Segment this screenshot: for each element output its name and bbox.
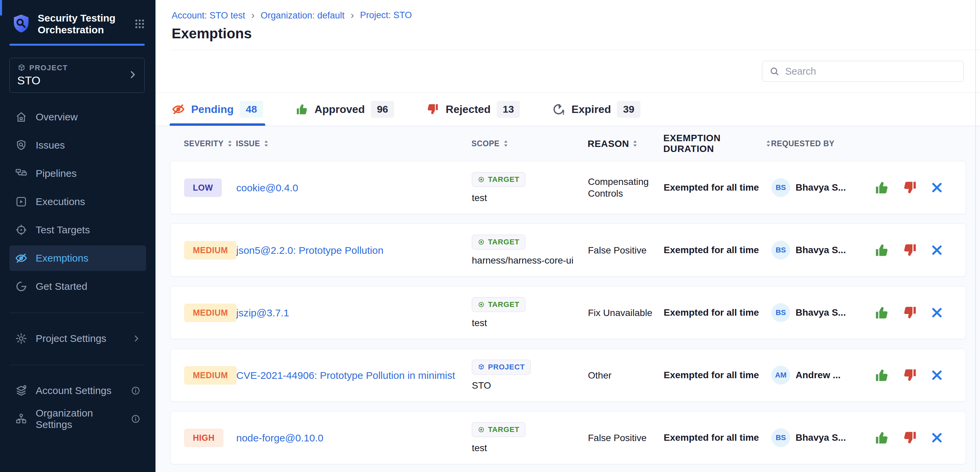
scope-chip: TARGET [472,297,525,312]
scope-type-label: TARGET [488,175,520,184]
sidebar-item-label: Pipelines [36,168,77,179]
module-accent-bar [10,44,145,46]
column-header-requested-by: REQUESTED BY [771,139,860,148]
layers-gear-icon [15,384,28,397]
exemption-duration-text: Exempted for all time [663,245,772,255]
breadcrumb-account[interactable]: Account: STO test [172,10,261,21]
issue-link[interactable]: node-forge@0.10.0 [236,430,337,445]
project-selector-value: STO [17,74,137,87]
scope-name: harness/harness-core-ui [472,255,573,266]
table-row: MEDIUM json5@2.2.0: Prototype Pollution … [170,223,966,277]
reason-text: Other [588,369,663,381]
cancel-button[interactable] [931,244,943,257]
project-selector-label: PROJECT [29,63,68,72]
sidebar-item-label: Organization Settings [36,407,123,430]
approve-button[interactable] [874,367,889,383]
module-grid-icon[interactable] [134,18,145,30]
sort-icon[interactable] [503,139,509,147]
tab-label: Approved [315,103,365,116]
sort-icon[interactable] [765,139,771,147]
avatar: BS [772,303,790,322]
eye-off-icon [15,252,28,265]
sort-icon[interactable] [264,139,269,147]
sidebar-item-test-targets[interactable]: Test Targets [10,217,146,243]
sort-icon[interactable] [632,139,638,147]
info-icon[interactable] [130,414,141,424]
search-icon [769,66,780,77]
scope-type-label: TARGET [488,425,520,434]
column-header-exemption-duration[interactable]: EXEMPTION DURATION [663,133,771,154]
search-box[interactable] [762,61,964,82]
chevron-right-icon [132,334,141,343]
cancel-button[interactable] [931,431,943,444]
tab-expired[interactable]: Expired 39 [552,93,640,126]
sidebar-item-organization-settings[interactable]: Organization Settings [10,406,146,432]
issue-link[interactable]: CVE-2021-44906: Prototype Pollution in m… [236,368,468,383]
scope-type-label: TARGET [488,300,520,309]
tab-label: Pending [191,103,234,116]
tab-rejected[interactable]: Rejected 13 [426,93,520,126]
cancel-button[interactable] [931,306,943,319]
sidebar-item-pipelines[interactable]: Pipelines [10,161,146,186]
module-title: Security Testing Orchestration [38,12,126,36]
column-header-severity[interactable]: SEVERITY [184,139,236,148]
sidebar-item-project-settings[interactable]: Project Settings [10,326,146,351]
reject-button[interactable] [902,430,918,445]
tab-pending[interactable]: Pending 48 [172,93,263,126]
breadcrumb-project[interactable]: Project: STO [360,10,412,21]
app-window: Security Testing Orchestration PROJECT [0,0,980,472]
sidebar: Security Testing Orchestration PROJECT [0,0,156,472]
tab-count-badge: 13 [497,101,520,118]
chevron-right-icon [127,70,138,81]
column-header-issue[interactable]: ISSUE [236,139,471,148]
issue-link[interactable]: json5@2.2.0: Prototype Pollution [236,243,397,258]
avatar: AM [772,366,790,385]
project-selector[interactable]: PROJECT STO [10,58,145,93]
sort-icon[interactable] [227,139,232,147]
issue-link[interactable]: jszip@3.7.1 [236,305,302,320]
approve-button[interactable] [874,242,889,258]
cancel-button[interactable] [931,181,943,194]
issue-link[interactable]: cookie@0.4.0 [236,180,312,195]
sidebar-item-label: Issues [36,139,65,151]
column-header-scope[interactable]: SCOPE [471,139,588,148]
requester-name: Andrew ... [795,370,841,380]
reject-button[interactable] [902,367,918,383]
scope-name: test [472,443,487,453]
cancel-button[interactable] [931,369,943,382]
get-started-icon [15,280,28,293]
approve-button[interactable] [874,180,889,195]
sidebar-item-label: Exemptions [36,252,89,264]
column-header-reason[interactable]: REASON [588,138,663,150]
sidebar-account-nav: Account Settings Organization Settings [0,378,156,432]
exemption-duration-text: Exempted for all time [663,182,772,193]
sidebar-item-account-settings[interactable]: Account Settings [10,378,146,404]
target-crosshair-icon [15,223,28,236]
reject-button[interactable] [902,242,918,258]
tab-label: Rejected [445,103,490,116]
breadcrumb-organization[interactable]: Organization: default [261,10,360,21]
avatar: BS [772,241,790,260]
pipelines-icon [15,167,28,180]
sidebar-item-overview[interactable]: Overview [10,104,146,130]
sidebar-item-issues[interactable]: Issues [10,133,146,158]
avatar: BS [772,178,790,197]
tab-approved[interactable]: Approved 96 [295,93,395,126]
approve-button[interactable] [874,305,889,320]
requester-name: Bhavya S... [795,182,846,193]
sidebar-item-exemptions[interactable]: Exemptions [10,246,146,271]
exemptions-table: SEVERITY ISSUE SCOPE REASON EXEMPTION DU… [156,126,980,472]
info-icon[interactable] [130,386,141,396]
reject-button[interactable] [902,180,918,195]
approve-button[interactable] [874,430,889,445]
severity-badge: MEDIUM [184,366,237,385]
search-input[interactable] [785,66,957,77]
thumb-down-icon [426,103,439,116]
sidebar-item-get-started[interactable]: Get Started [10,274,146,299]
sidebar-item-executions[interactable]: Executions [10,189,146,214]
sidebar-item-label: Overview [36,111,78,123]
reject-button[interactable] [902,305,918,320]
target-icon [477,426,485,433]
eye-off-icon [172,103,185,116]
sto-shield-logo-icon [11,13,31,35]
